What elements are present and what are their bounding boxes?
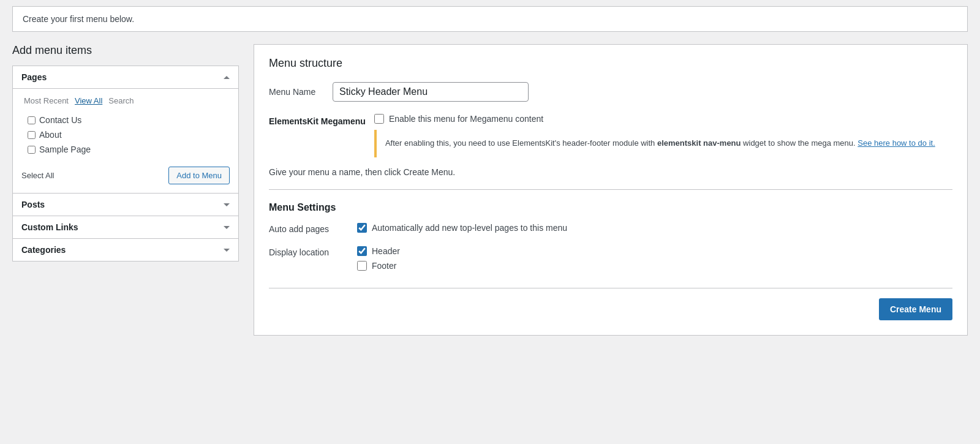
pages-accordion-header[interactable]: Pages (13, 66, 238, 88)
auto-add-pages-checkbox-label[interactable]: Automatically add new top-level pages to… (372, 223, 567, 233)
pages-chevron-up-icon (224, 76, 230, 79)
auto-add-pages-checkbox[interactable] (357, 223, 367, 233)
divider (269, 189, 952, 190)
sample-page-label[interactable]: Sample Page (39, 145, 91, 154)
posts-accordion-label: Posts (21, 200, 45, 209)
header-location-checkbox[interactable] (357, 246, 367, 256)
megamenu-notice-text-part1: After enabling this, you need to use Ele… (385, 138, 657, 148)
megamenu-notice: After enabling this, you need to use Ele… (374, 130, 952, 157)
megamenu-checkbox[interactable] (374, 114, 384, 124)
display-location-right: Header Footer (357, 246, 952, 276)
create-menu-button[interactable]: Create Menu (879, 298, 952, 320)
add-menu-items-heading: Add menu items (12, 44, 239, 57)
sample-page-checkbox[interactable] (28, 146, 36, 154)
categories-accordion-header[interactable]: Categories (13, 239, 238, 261)
megamenu-checkbox-label[interactable]: Enable this menu for Megamenu content (389, 114, 543, 124)
header-location-row: Header (357, 246, 952, 256)
tab-most-recent[interactable]: Most Recent (21, 95, 71, 107)
pages-accordion-body: Most Recent View All Search Contact Us A… (13, 88, 238, 193)
display-location-label: Display location (269, 246, 349, 257)
custom-links-accordion-label: Custom Links (21, 222, 78, 232)
megamenu-label: ElementsKit Megamenu (269, 114, 366, 126)
pages-accordion-label: Pages (21, 72, 47, 82)
pages-accordion-footer: Select All Add to Menu (21, 162, 230, 184)
custom-links-chevron-down-icon (224, 226, 230, 229)
menu-structure-heading: Menu structure (269, 57, 952, 70)
auto-add-pages-checkbox-row: Automatically add new top-level pages to… (357, 223, 952, 233)
pages-list: Contact Us About Sample Page (21, 113, 230, 157)
megamenu-notice-bold: elementskit nav-menu (657, 138, 741, 148)
menu-name-row: Menu Name (269, 82, 952, 102)
posts-accordion-header[interactable]: Posts (13, 194, 238, 216)
tab-view-all[interactable]: View All (72, 95, 105, 107)
tab-search[interactable]: Search (106, 95, 136, 107)
pages-tabs: Most Recent View All Search (21, 95, 230, 107)
posts-accordion: Posts (12, 194, 239, 216)
megamenu-right: Enable this menu for Megamenu content Af… (374, 114, 952, 157)
list-item: About (28, 127, 230, 142)
footer-location-checkbox[interactable] (357, 261, 367, 271)
contact-us-checkbox[interactable] (28, 116, 36, 124)
add-to-menu-button[interactable]: Add to Menu (168, 167, 230, 184)
about-label[interactable]: About (39, 130, 62, 140)
menu-name-label: Menu Name (269, 87, 324, 97)
display-location-row: Display location Header Footer (269, 246, 952, 276)
categories-accordion: Categories (12, 239, 239, 262)
list-item: Contact Us (28, 113, 230, 127)
about-checkbox[interactable] (28, 131, 36, 139)
create-hint: Give your menu a name, then click Create… (269, 167, 952, 177)
create-menu-footer: Create Menu (269, 288, 952, 320)
header-location-label[interactable]: Header (372, 246, 400, 256)
categories-chevron-down-icon (224, 249, 230, 252)
categories-accordion-label: Categories (21, 245, 66, 255)
notice-text: Create your first menu below. (23, 14, 134, 24)
pages-accordion: Pages Most Recent View All Search Contac… (12, 66, 239, 194)
footer-location-label[interactable]: Footer (372, 261, 396, 271)
megamenu-checkbox-row: Enable this menu for Megamenu content (374, 114, 952, 124)
add-menu-items-panel: Add menu items Pages Most Recent View Al… (12, 44, 239, 262)
select-all-button[interactable]: Select All (21, 171, 54, 180)
megamenu-row: ElementsKit Megamenu Enable this menu fo… (269, 114, 952, 157)
contact-us-label[interactable]: Contact Us (39, 115, 81, 125)
menu-name-input[interactable] (333, 82, 529, 102)
auto-add-pages-right: Automatically add new top-level pages to… (357, 223, 952, 238)
megamenu-notice-link[interactable]: See here how to do it. (858, 138, 935, 148)
megamenu-notice-text-part2: widget to show the mega menu. (741, 138, 858, 148)
top-notice: Create your first menu below. (12, 6, 968, 32)
custom-links-accordion: Custom Links (12, 216, 239, 239)
auto-add-pages-row: Auto add pages Automatically add new top… (269, 223, 952, 238)
menu-settings-heading: Menu Settings (269, 202, 952, 213)
auto-add-pages-label: Auto add pages (269, 223, 349, 234)
posts-chevron-down-icon (224, 203, 230, 206)
menu-structure-panel: Menu structure Menu Name ElementsKit Meg… (254, 44, 968, 336)
footer-location-row: Footer (357, 261, 952, 271)
list-item: Sample Page (28, 142, 230, 157)
custom-links-accordion-header[interactable]: Custom Links (13, 216, 238, 238)
